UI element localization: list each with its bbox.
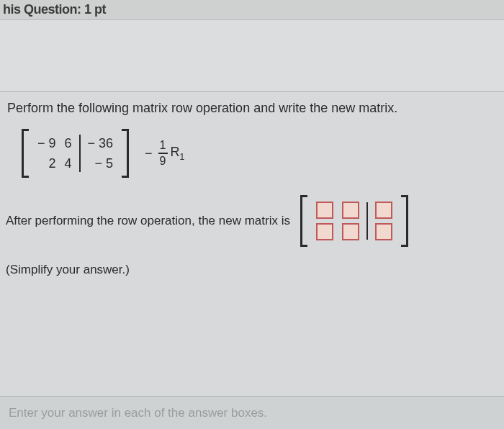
matrix-cell: − 5 xyxy=(95,153,114,173)
answer-cell-r1c2[interactable] xyxy=(342,202,359,219)
result-row: After performing the row operation, the … xyxy=(6,195,494,247)
matrix-cell: 6 xyxy=(65,133,72,153)
window-header: his Question: 1 pt xyxy=(0,0,504,20)
answer-cell-r1c1[interactable] xyxy=(316,202,333,219)
row-operation: − 1 9 R1 xyxy=(145,140,184,167)
footer-hint: Enter your answer in each of the answer … xyxy=(9,406,267,420)
fraction-denominator: 9 xyxy=(158,155,168,167)
matrix-cell: − 36 xyxy=(88,133,114,153)
answer-cell-r1aug[interactable] xyxy=(375,202,392,219)
given-matrix: − 9 2 6 4 − 36 − 5 xyxy=(19,129,132,178)
answer-matrix xyxy=(297,195,411,247)
footer-bar: Enter your answer in each of the answer … xyxy=(0,396,504,429)
matrix-col-aug: − 36 − 5 xyxy=(84,133,118,173)
question-prompt: Perform the following matrix row operati… xyxy=(7,101,494,116)
matrix-cell: − 9 xyxy=(37,133,56,153)
operation-fraction: 1 9 xyxy=(158,140,168,167)
fraction-bar xyxy=(158,153,168,154)
math-expression: − 9 2 6 4 − 36 − 5 − 1 9 xyxy=(19,129,494,178)
fraction-numerator: 1 xyxy=(158,140,168,151)
answer-cell-r2c1[interactable] xyxy=(316,223,333,240)
answer-cell-r2aug[interactable] xyxy=(375,223,392,240)
augmented-divider xyxy=(366,202,368,240)
result-lead-text: After performing the row operation, the … xyxy=(6,214,290,228)
answer-cell-r2c2[interactable] xyxy=(342,223,359,240)
blank-region xyxy=(0,20,504,92)
operation-sign: − xyxy=(145,146,153,161)
matrix-cell: 2 xyxy=(49,153,56,173)
header-title: his Question: 1 pt xyxy=(3,2,106,17)
matrix-col-2: 6 4 xyxy=(60,133,76,173)
matrix-cell: 4 xyxy=(65,153,72,173)
question-body: Perform the following matrix row operati… xyxy=(0,92,504,277)
augmented-divider xyxy=(79,135,81,172)
matrix-col-1: − 9 2 xyxy=(33,133,60,173)
row-label: R1 xyxy=(171,145,185,162)
simplify-note: (Simplify your answer.) xyxy=(6,263,494,277)
